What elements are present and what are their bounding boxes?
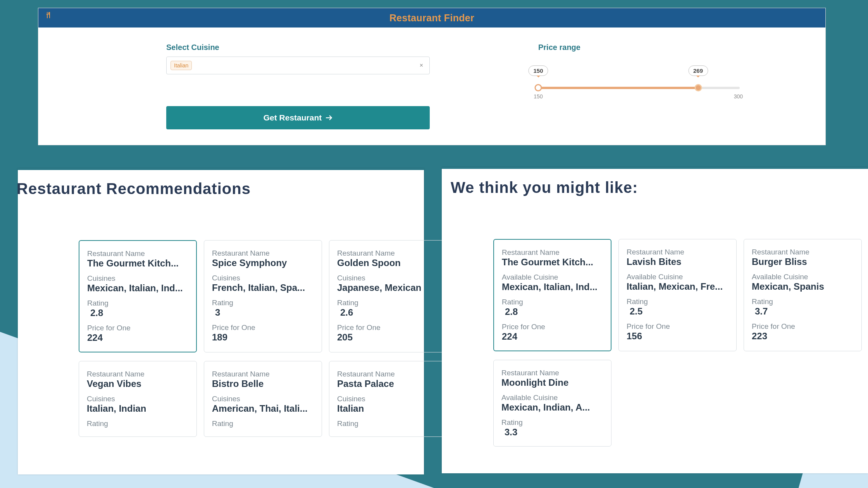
card-rating-value: 3.7 (752, 306, 854, 317)
card-cuisines-value: Mexican, Spanis (752, 281, 854, 292)
suggestions-panel: We think you might like: Restaurant Name… (442, 167, 868, 473)
card-cuisines-value: Mexican, Indian, A... (501, 402, 603, 413)
card-price-value: 224 (87, 332, 188, 343)
card-rating-label: Rating (627, 297, 728, 306)
card-cuisines-value: American, Thai, Itali... (212, 403, 314, 414)
utensils-icon (45, 12, 52, 20)
card-cuisines-value: French, Italian, Spa... (212, 282, 314, 293)
card-name-label: Restaurant Name (212, 370, 314, 378)
card-name-label: Restaurant Name (752, 248, 854, 256)
card-cuisines-label: Cuisines (212, 274, 314, 282)
card-cuisines-value: Italian (337, 403, 439, 414)
slider-high-tooltip: 269 (688, 65, 708, 76)
arrow-right-icon (326, 114, 332, 121)
card-price-label: Price for One (752, 322, 854, 331)
card-name-value: Pasta Palace (337, 378, 439, 389)
cuisine-chip[interactable]: Italian (170, 61, 192, 70)
card-name-label: Restaurant Name (87, 370, 189, 378)
cuisine-select[interactable]: Italian × (166, 57, 430, 74)
card-rating-value: 3 (212, 307, 314, 318)
get-restaurant-label: Get Restaurant (264, 113, 322, 122)
card-cuisines-label: Cuisines (337, 395, 439, 403)
app-header: Restaurant Finder (38, 8, 825, 27)
card-rating-label: Rating (87, 419, 189, 428)
card-rating-value: 2.6 (337, 307, 439, 318)
card-cuisines-label: Available Cuisine (501, 393, 603, 402)
card-name-value: Lavish Bites (627, 256, 728, 267)
cuisine-label: Select Cuisine (166, 43, 430, 52)
card-rating-label: Rating (87, 299, 188, 308)
card-rating-label: Rating (502, 298, 603, 306)
card-rating-label: Rating (337, 419, 439, 428)
card-price-label: Price for One (87, 324, 188, 332)
card-cuisines-label: Available Cuisine (752, 273, 854, 281)
finder-panel: Restaurant Finder Select Cuisine Italian… (38, 8, 826, 145)
card-rating-value: 2.8 (87, 308, 188, 318)
card-cuisines-value: Italian, Mexican, Fre... (627, 281, 728, 292)
card-name-value: Vegan Vibes (87, 378, 189, 389)
card-price-value: 156 (627, 331, 728, 342)
card-name-label: Restaurant Name (501, 369, 603, 377)
recommendations-title: Restaurant Recommendations (17, 170, 424, 198)
card-price-label: Price for One (502, 323, 603, 331)
slider-range (538, 87, 698, 89)
price-range-label: Price range (538, 43, 740, 52)
card-name-value: Spice Symphony (212, 258, 314, 268)
recommendations-panel: Restaurant Recommendations Restaurant Na… (18, 168, 424, 474)
card-rating-label: Rating (337, 299, 439, 307)
restaurant-card[interactable]: Restaurant NameLavish BitesAvailable Cui… (618, 239, 737, 351)
card-cuisines-value: Mexican, Italian, Ind... (502, 282, 603, 292)
price-slider[interactable]: 150 269 150 300 (538, 65, 740, 100)
card-cuisines-label: Cuisines (212, 395, 314, 403)
card-price-label: Price for One (627, 322, 728, 331)
card-price-label: Price for One (337, 323, 439, 332)
card-cuisines-value: Japanese, Mexican (337, 282, 439, 293)
clear-icon[interactable]: × (420, 62, 425, 69)
card-name-label: Restaurant Name (212, 249, 314, 258)
restaurant-card[interactable]: Restaurant NameBurger BlissAvailable Cui… (744, 239, 862, 351)
restaurant-card[interactable]: Restaurant NameVegan VibesCuisinesItalia… (79, 361, 197, 437)
card-name-label: Restaurant Name (337, 370, 439, 378)
get-restaurant-button[interactable]: Get Restaurant (166, 106, 430, 129)
card-name-label: Restaurant Name (502, 248, 603, 257)
suggestions-title: We think you might like: (451, 169, 868, 196)
card-rating-label: Rating (212, 299, 314, 307)
card-rating-value: 2.5 (627, 306, 728, 317)
card-name-label: Restaurant Name (87, 249, 188, 258)
card-price-label: Price for One (212, 323, 314, 332)
card-cuisines-label: Cuisines (87, 395, 189, 403)
restaurant-card[interactable]: Restaurant NameThe Gourmet Kitch...Avail… (493, 239, 611, 351)
app-title: Restaurant Finder (389, 12, 474, 24)
card-cuisines-value: Mexican, Italian, Ind... (87, 283, 188, 294)
card-price-value: 223 (752, 331, 854, 342)
card-name-label: Restaurant Name (627, 248, 728, 256)
card-cuisines-label: Available Cuisine (627, 273, 728, 281)
card-rating-label: Rating (752, 297, 854, 306)
restaurant-card[interactable]: Restaurant NameMoonlight DineAvailable C… (493, 360, 611, 447)
restaurant-card[interactable]: Restaurant NameBistro BelleCuisinesAmeri… (204, 361, 322, 437)
card-name-value: Bistro Belle (212, 378, 314, 389)
card-cuisines-label: Available Cuisine (502, 273, 603, 282)
card-name-value: Burger Bliss (752, 256, 854, 267)
restaurant-card[interactable]: Restaurant NameThe Gourmet Kitch...Cuisi… (79, 240, 197, 352)
slider-thumb-low[interactable] (535, 84, 542, 91)
card-name-value: The Gourmet Kitch... (87, 258, 188, 269)
card-name-label: Restaurant Name (337, 249, 439, 258)
card-rating-value: 2.8 (502, 306, 603, 317)
card-rating-label: Rating (212, 419, 314, 428)
card-rating-label: Rating (501, 418, 603, 427)
card-cuisines-label: Cuisines (337, 274, 439, 282)
slider-min-label: 150 (534, 93, 542, 100)
restaurant-card[interactable]: Restaurant NameSpice SymphonyCuisinesFre… (204, 240, 322, 352)
restaurant-card[interactable]: Restaurant NamePasta PalaceCuisinesItali… (329, 361, 447, 437)
card-price-value: 189 (212, 332, 314, 343)
card-cuisines-label: Cuisines (87, 274, 188, 283)
slider-low-tooltip: 150 (528, 65, 548, 76)
restaurant-card[interactable]: Restaurant NameGolden SpoonCuisinesJapan… (329, 240, 447, 352)
card-name-value: Golden Spoon (337, 258, 439, 268)
card-price-value: 205 (337, 332, 439, 343)
card-rating-value: 3.3 (501, 427, 603, 438)
slider-max-label: 300 (734, 93, 743, 100)
slider-thumb-high[interactable] (694, 84, 702, 91)
card-cuisines-value: Italian, Indian (87, 403, 189, 414)
